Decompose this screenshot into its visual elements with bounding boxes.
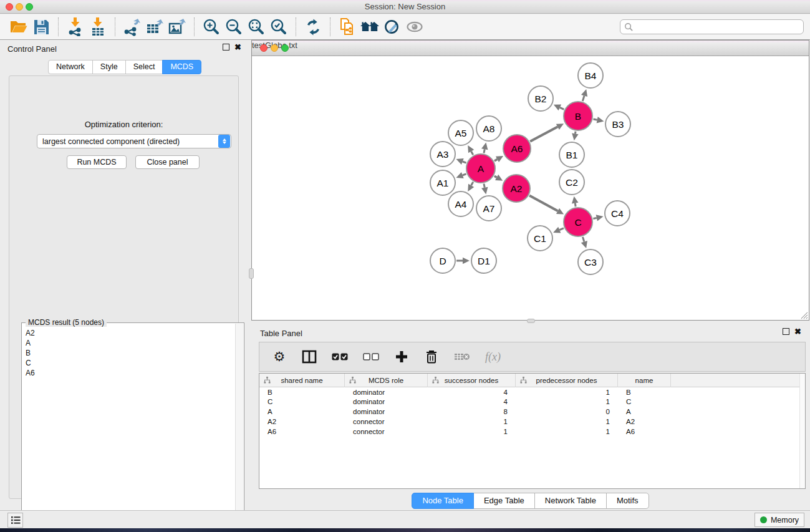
clone-network-button[interactable] [336,16,359,37]
select-all-columns-button[interactable] [332,347,348,366]
graph-edge-B-B1[interactable] [572,132,578,141]
float-panel-icon[interactable] [223,44,229,51]
save-session-button[interactable] [30,16,52,37]
graph-node-A2[interactable]: A2 [503,175,530,202]
show-columns-button[interactable] [302,347,317,366]
result-item-a[interactable]: A [22,338,234,348]
graph-node-A8[interactable]: A8 [476,116,501,141]
cell-predecessor-nodes[interactable]: 1 [516,427,618,437]
result-item-b[interactable]: B [22,348,234,358]
graph-edge-A-A6[interactable] [494,156,503,162]
network-graph-canvas[interactable]: B4B2BB3A8A5A6A3B1AA1C2A2A4A7C4CC1C3DD1 [252,56,809,320]
tab-node-table[interactable]: Node Table [412,493,474,509]
delete-table-button[interactable] [454,347,470,366]
zoom-network-button[interactable] [281,44,289,52]
cell-successor-nodes[interactable]: 4 [428,397,516,407]
open-session-button[interactable] [7,16,30,37]
graph-node-B3[interactable]: B3 [605,112,630,137]
result-scrollbar[interactable] [235,324,243,532]
cell-predecessor-nodes[interactable]: 1 [516,417,618,427]
column-header-successor-nodes[interactable]: successor nodes [428,374,516,387]
graph-edge-A-A4[interactable] [468,182,474,191]
export-network-button[interactable] [121,16,143,37]
cell-name[interactable]: A2 [618,417,671,427]
cell-MCDS-role[interactable]: connector [345,427,428,437]
graph-edge-B-B3[interactable] [593,117,604,123]
graph-edge-D-D1[interactable] [456,258,470,264]
run-mcds-button[interactable]: Run MCDS [67,155,127,169]
graph-node-A1[interactable]: A1 [430,170,455,195]
cell-successor-nodes[interactable]: 8 [428,407,516,417]
annotation-mode-button[interactable] [381,16,403,37]
graph-node-C1[interactable]: C1 [528,226,552,251]
table-row-a2[interactable]: A2connector11A2 [259,417,805,427]
cell-name[interactable]: A [618,407,671,417]
show-hide-button[interactable] [403,16,426,37]
column-header-MCDS-role[interactable]: MCDS role [345,374,428,387]
cell-name[interactable]: B [618,387,671,397]
graph-node-B2[interactable]: B2 [528,86,553,111]
table-row-c[interactable]: Cdominator41C [259,397,805,407]
graph-edge-B-B4[interactable] [581,89,587,101]
graph-node-C4[interactable]: C4 [605,201,630,226]
create-column-button[interactable] [394,347,409,366]
unselect-all-columns-button[interactable] [363,347,379,366]
function-builder-button[interactable]: f(x) [485,347,501,366]
graph-node-B1[interactable]: B1 [559,142,584,167]
search-input[interactable] [634,21,803,33]
criterion-dropdown[interactable]: largest connected component (directed) [37,134,231,148]
cell-successor-nodes[interactable]: 1 [428,427,516,437]
graph-node-C2[interactable]: C2 [559,170,584,195]
close-panel-icon[interactable]: ✖ [234,44,241,51]
tab-edge-table[interactable]: Edge Table [473,493,535,509]
column-header-shared-name[interactable]: shared name [259,374,345,387]
cell-predecessor-nodes[interactable]: 1 [516,387,618,397]
minimize-network-button[interactable] [271,44,278,52]
tab-mcds[interactable]: MCDS [162,60,201,74]
graph-node-D[interactable]: D [430,248,455,273]
table-scrollbar[interactable] [799,374,805,488]
graph-edge-B-B2[interactable] [554,105,564,111]
cell-predecessor-nodes[interactable]: 1 [516,397,618,407]
export-image-button[interactable] [166,16,188,37]
graph-node-A3[interactable]: A3 [430,142,455,167]
close-panel-button[interactable]: Close panel [135,155,200,169]
table-row-b[interactable]: Bdominator41B [259,387,805,397]
horizontal-divider-handle[interactable] [249,268,254,279]
cell-MCDS-role[interactable]: dominator [345,387,428,397]
cell-successor-nodes[interactable]: 1 [428,417,516,427]
graph-node-C3[interactable]: C3 [578,249,603,274]
tab-network-table[interactable]: Network Table [534,493,607,509]
graph-edge-C-C2[interactable] [572,196,578,207]
graph-edge-A-A3[interactable] [456,158,466,165]
graph-node-B4[interactable]: B4 [578,63,603,88]
network-window-titlebar[interactable]: testGlobe.txt [252,41,809,56]
cell-name[interactable]: A6 [618,427,671,437]
home-neighbors-button[interactable] [359,16,381,37]
graph-node-A7[interactable]: A7 [476,196,501,221]
float-table-panel-icon[interactable] [783,328,789,335]
cell-shared-name[interactable]: A [259,407,345,417]
task-history-button[interactable] [7,513,23,528]
column-header-name[interactable]: name [618,374,671,387]
cell-shared-name[interactable]: B [259,387,345,397]
table-row-a6[interactable]: A6connector11A6 [259,427,805,437]
resize-grip[interactable] [798,309,808,319]
graph-edge-A-A7[interactable] [481,183,488,194]
cell-predecessor-nodes[interactable]: 0 [516,407,618,417]
zoom-fit-button[interactable] [245,16,268,37]
graph-edge-C-C3[interactable] [581,237,587,248]
tab-network[interactable]: Network [48,60,93,74]
cell-name[interactable]: C [618,397,671,407]
graph-edge-A-A8[interactable] [481,143,488,153]
graph-edge-A6-B[interactable] [530,123,564,142]
graph-node-C[interactable]: C [564,208,592,236]
zoom-selected-button[interactable] [268,16,290,37]
memory-button[interactable]: Memory [755,513,804,527]
close-network-button[interactable] [260,44,268,52]
import-table-button[interactable] [87,16,109,37]
refresh-button[interactable] [302,16,324,37]
table-row-a[interactable]: Adominator80A [259,407,805,417]
tab-select[interactable]: Select [125,60,163,74]
cell-MCDS-role[interactable]: dominator [345,407,428,417]
